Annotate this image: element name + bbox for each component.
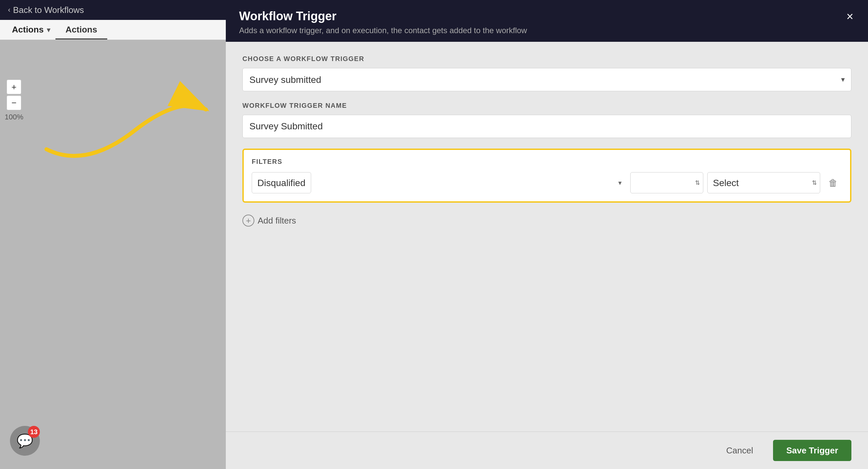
trigger-section-label: CHOOSE A WORKFLOW TRIGGER: [242, 55, 851, 63]
filter-delete-button[interactable]: 🗑: [824, 174, 842, 192]
filter-op-wrapper: ⇅: [630, 172, 703, 193]
circle-plus-icon: +: [242, 214, 254, 227]
trigger-select-group: CHOOSE A WORKFLOW TRIGGER Survey submitt…: [242, 55, 851, 91]
filter-field-select[interactable]: Disqualified: [252, 172, 311, 193]
filter-row: Disqualified ▾ ⇅ Select ⇅: [252, 172, 842, 193]
chat-badge-count: 13: [30, 428, 37, 436]
add-filters-label: Add filters: [258, 215, 296, 226]
tab-actions[interactable]: Actions: [56, 21, 107, 39]
modal-footer: Cancel Save Trigger: [226, 432, 868, 469]
trash-icon: 🗑: [829, 177, 838, 189]
close-icon: ×: [846, 10, 854, 23]
zoom-out-button[interactable]: −: [7, 96, 21, 110]
back-label: Back to Workflows: [13, 5, 84, 15]
modal-title-group: Workflow Trigger Adds a workflow trigger…: [239, 9, 527, 35]
modal-panel: Workflow Trigger Adds a workflow trigger…: [226, 0, 868, 469]
modal-header: Workflow Trigger Adds a workflow trigger…: [226, 0, 868, 42]
canvas-area: + − 100%: [0, 40, 226, 469]
plus-icon: +: [11, 82, 17, 92]
filter-field-wrapper: Disqualified ▾: [252, 172, 626, 193]
chevron-down-icon: ▾: [618, 179, 622, 187]
chevron-down-icon: ▾: [47, 26, 50, 34]
modal-subtitle: Adds a workflow trigger, and on executio…: [239, 26, 527, 35]
chevron-left-icon: ‹: [8, 6, 10, 14]
chat-badge: 13: [28, 426, 40, 438]
tab-actions-label: Actions: [65, 25, 97, 35]
minus-icon: −: [11, 98, 17, 108]
filter-val-wrapper: Select ⇅: [707, 172, 820, 193]
save-trigger-button[interactable]: Save Trigger: [773, 440, 851, 461]
trigger-name-input[interactable]: [242, 115, 851, 138]
actions-dropdown-button[interactable]: Actions ▾: [7, 20, 56, 39]
filter-op-select[interactable]: [630, 172, 703, 193]
modal-close-button[interactable]: ×: [845, 9, 855, 24]
zoom-in-button[interactable]: +: [7, 79, 21, 94]
filters-box: FILTERS Disqualified ▾ ⇅: [242, 148, 851, 203]
modal-body: CHOOSE A WORKFLOW TRIGGER Survey submitt…: [226, 42, 868, 432]
cancel-label: Cancel: [726, 445, 753, 456]
filter-val-select[interactable]: Select: [707, 172, 820, 193]
trigger-name-group: WORKFLOW TRIGGER NAME: [242, 102, 851, 138]
add-filters-button[interactable]: + Add filters: [242, 212, 296, 229]
zoom-controls: + − 100%: [5, 79, 23, 122]
trigger-select-wrapper: Survey submitted ▾: [242, 68, 851, 91]
save-label: Save Trigger: [786, 445, 838, 456]
tab-bar: Actions ▾ Actions: [0, 20, 226, 40]
chat-bubble[interactable]: 💬 13: [10, 426, 40, 456]
cancel-button[interactable]: Cancel: [713, 440, 766, 461]
actions-dropdown-label: Actions: [12, 25, 43, 35]
zoom-level: 100%: [5, 113, 23, 122]
modal-title: Workflow Trigger: [239, 9, 527, 23]
trigger-name-label: WORKFLOW TRIGGER NAME: [242, 102, 851, 109]
trigger-select[interactable]: Survey submitted: [242, 68, 851, 91]
back-to-workflows-link[interactable]: ‹ Back to Workflows: [8, 5, 84, 15]
filters-label: FILTERS: [252, 158, 842, 166]
